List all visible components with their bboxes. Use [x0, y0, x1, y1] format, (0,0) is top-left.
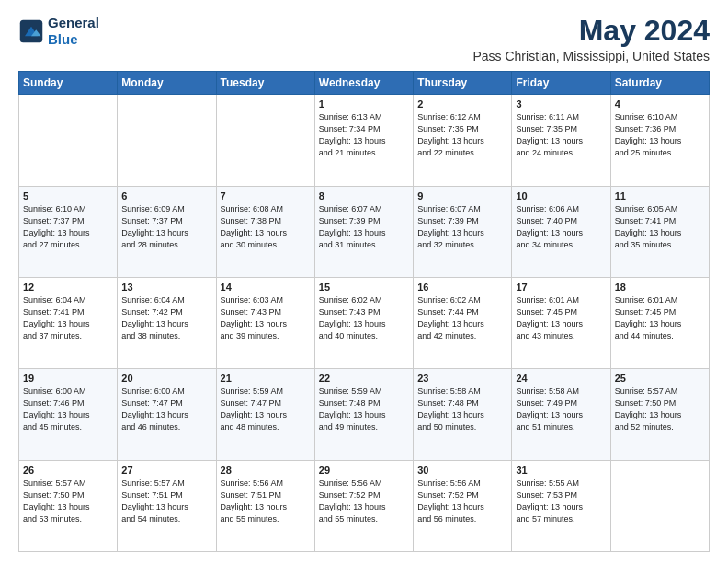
day-info: Sunrise: 6:02 AM Sunset: 7:43 PM Dayligh… [319, 294, 409, 342]
calendar-cell: 22Sunrise: 5:59 AM Sunset: 7:48 PM Dayli… [314, 369, 413, 460]
title-block: May 2024 Pass Christian, Mississippi, Un… [472, 15, 710, 63]
day-info: Sunrise: 6:05 AM Sunset: 7:41 PM Dayligh… [615, 203, 705, 251]
day-number: 15 [319, 282, 409, 293]
calendar-cell: 9Sunrise: 6:07 AM Sunset: 7:39 PM Daylig… [414, 186, 512, 277]
day-info: Sunrise: 6:00 AM Sunset: 7:46 PM Dayligh… [23, 385, 113, 433]
day-number: 21 [221, 373, 311, 384]
day-info: Sunrise: 6:11 AM Sunset: 7:35 PM Dayligh… [516, 111, 606, 159]
calendar-cell: 30Sunrise: 5:56 AM Sunset: 7:52 PM Dayli… [414, 460, 512, 551]
calendar-cell: 15Sunrise: 6:02 AM Sunset: 7:43 PM Dayli… [314, 277, 413, 368]
day-info: Sunrise: 6:01 AM Sunset: 7:45 PM Dayligh… [516, 294, 606, 342]
day-number: 10 [516, 190, 606, 201]
day-info: Sunrise: 6:09 AM Sunset: 7:37 PM Dayligh… [121, 203, 211, 251]
day-number: 18 [615, 282, 705, 293]
day-info: Sunrise: 6:07 AM Sunset: 7:39 PM Dayligh… [417, 203, 507, 251]
calendar-cell: 13Sunrise: 6:04 AM Sunset: 7:42 PM Dayli… [118, 277, 216, 368]
day-info: Sunrise: 6:12 AM Sunset: 7:35 PM Dayligh… [417, 111, 507, 159]
calendar-cell: 23Sunrise: 5:58 AM Sunset: 7:48 PM Dayli… [414, 369, 512, 460]
calendar-cell: 26Sunrise: 5:57 AM Sunset: 7:50 PM Dayli… [19, 460, 118, 551]
col-header-wednesday: Wednesday [314, 72, 413, 95]
day-number: 3 [516, 98, 606, 109]
calendar-cell: 1Sunrise: 6:13 AM Sunset: 7:34 PM Daylig… [314, 95, 413, 186]
day-info: Sunrise: 6:03 AM Sunset: 7:43 PM Dayligh… [221, 294, 311, 342]
day-info: Sunrise: 6:00 AM Sunset: 7:47 PM Dayligh… [121, 385, 211, 433]
calendar-table: SundayMondayTuesdayWednesdayThursdayFrid… [18, 71, 710, 552]
col-header-friday: Friday [512, 72, 610, 95]
logo: General Blue [18, 15, 99, 48]
calendar-cell [118, 95, 216, 186]
logo-icon [18, 18, 44, 44]
day-number: 28 [221, 465, 311, 476]
calendar-week-4: 26Sunrise: 5:57 AM Sunset: 7:50 PM Dayli… [19, 460, 710, 551]
day-info: Sunrise: 5:59 AM Sunset: 7:47 PM Dayligh… [221, 385, 311, 433]
day-number: 29 [319, 465, 409, 476]
day-number: 9 [417, 190, 507, 201]
day-info: Sunrise: 5:56 AM Sunset: 7:52 PM Dayligh… [319, 477, 409, 525]
calendar-cell: 18Sunrise: 6:01 AM Sunset: 7:45 PM Dayli… [610, 277, 709, 368]
day-info: Sunrise: 5:57 AM Sunset: 7:50 PM Dayligh… [615, 385, 705, 433]
logo-line1: General [48, 15, 99, 31]
header: General Blue May 2024 Pass Christian, Mi… [18, 15, 710, 63]
day-info: Sunrise: 6:08 AM Sunset: 7:38 PM Dayligh… [221, 203, 311, 251]
day-number: 23 [417, 373, 507, 384]
calendar-cell: 28Sunrise: 5:56 AM Sunset: 7:51 PM Dayli… [216, 460, 314, 551]
day-number: 16 [417, 282, 507, 293]
day-number: 25 [615, 373, 705, 384]
day-number: 14 [221, 282, 311, 293]
col-header-saturday: Saturday [610, 72, 709, 95]
day-number: 19 [23, 373, 113, 384]
day-number: 13 [121, 282, 211, 293]
calendar-cell: 29Sunrise: 5:56 AM Sunset: 7:52 PM Dayli… [314, 460, 413, 551]
day-info: Sunrise: 6:04 AM Sunset: 7:41 PM Dayligh… [23, 294, 113, 342]
calendar-cell [19, 95, 118, 186]
calendar-cell: 25Sunrise: 5:57 AM Sunset: 7:50 PM Dayli… [610, 369, 709, 460]
logo-text: General Blue [48, 15, 99, 48]
day-number: 30 [417, 465, 507, 476]
day-info: Sunrise: 5:58 AM Sunset: 7:48 PM Dayligh… [417, 385, 507, 433]
day-number: 4 [615, 98, 705, 109]
location-title: Pass Christian, Mississippi, United Stat… [472, 49, 710, 63]
day-number: 31 [516, 465, 606, 476]
day-info: Sunrise: 6:07 AM Sunset: 7:39 PM Dayligh… [319, 203, 409, 251]
col-header-thursday: Thursday [414, 72, 512, 95]
calendar-week-3: 19Sunrise: 6:00 AM Sunset: 7:46 PM Dayli… [19, 369, 710, 460]
day-number: 12 [23, 282, 113, 293]
day-number: 6 [121, 190, 211, 201]
day-info: Sunrise: 6:04 AM Sunset: 7:42 PM Dayligh… [121, 294, 211, 342]
calendar-cell: 7Sunrise: 6:08 AM Sunset: 7:38 PM Daylig… [216, 186, 314, 277]
calendar-cell: 27Sunrise: 5:57 AM Sunset: 7:51 PM Dayli… [118, 460, 216, 551]
col-header-tuesday: Tuesday [216, 72, 314, 95]
day-number: 27 [121, 465, 211, 476]
calendar-cell: 8Sunrise: 6:07 AM Sunset: 7:39 PM Daylig… [314, 186, 413, 277]
calendar-cell: 5Sunrise: 6:10 AM Sunset: 7:37 PM Daylig… [19, 186, 118, 277]
day-info: Sunrise: 6:10 AM Sunset: 7:36 PM Dayligh… [615, 111, 705, 159]
day-info: Sunrise: 5:59 AM Sunset: 7:48 PM Dayligh… [319, 385, 409, 433]
day-number: 20 [121, 373, 211, 384]
calendar-cell: 14Sunrise: 6:03 AM Sunset: 7:43 PM Dayli… [216, 277, 314, 368]
day-number: 7 [221, 190, 311, 201]
day-info: Sunrise: 6:13 AM Sunset: 7:34 PM Dayligh… [319, 111, 409, 159]
day-info: Sunrise: 6:02 AM Sunset: 7:44 PM Dayligh… [417, 294, 507, 342]
calendar-cell: 31Sunrise: 5:55 AM Sunset: 7:53 PM Dayli… [512, 460, 610, 551]
day-number: 1 [319, 98, 409, 109]
calendar-week-0: 1Sunrise: 6:13 AM Sunset: 7:34 PM Daylig… [19, 95, 710, 186]
day-info: Sunrise: 5:56 AM Sunset: 7:51 PM Dayligh… [221, 477, 311, 525]
day-number: 2 [417, 98, 507, 109]
day-number: 22 [319, 373, 409, 384]
col-header-sunday: Sunday [19, 72, 118, 95]
calendar-cell: 16Sunrise: 6:02 AM Sunset: 7:44 PM Dayli… [414, 277, 512, 368]
calendar-cell: 24Sunrise: 5:58 AM Sunset: 7:49 PM Dayli… [512, 369, 610, 460]
calendar-cell [610, 460, 709, 551]
calendar-header-row: SundayMondayTuesdayWednesdayThursdayFrid… [19, 72, 710, 95]
calendar-week-2: 12Sunrise: 6:04 AM Sunset: 7:41 PM Dayli… [19, 277, 710, 368]
day-number: 11 [615, 190, 705, 201]
day-number: 5 [23, 190, 113, 201]
day-info: Sunrise: 6:10 AM Sunset: 7:37 PM Dayligh… [23, 203, 113, 251]
day-number: 24 [516, 373, 606, 384]
day-info: Sunrise: 6:01 AM Sunset: 7:45 PM Dayligh… [615, 294, 705, 342]
calendar-cell [216, 95, 314, 186]
calendar-cell: 2Sunrise: 6:12 AM Sunset: 7:35 PM Daylig… [414, 95, 512, 186]
calendar-cell: 11Sunrise: 6:05 AM Sunset: 7:41 PM Dayli… [610, 186, 709, 277]
calendar-page: General Blue May 2024 Pass Christian, Mi… [0, 0, 728, 563]
day-number: 26 [23, 465, 113, 476]
